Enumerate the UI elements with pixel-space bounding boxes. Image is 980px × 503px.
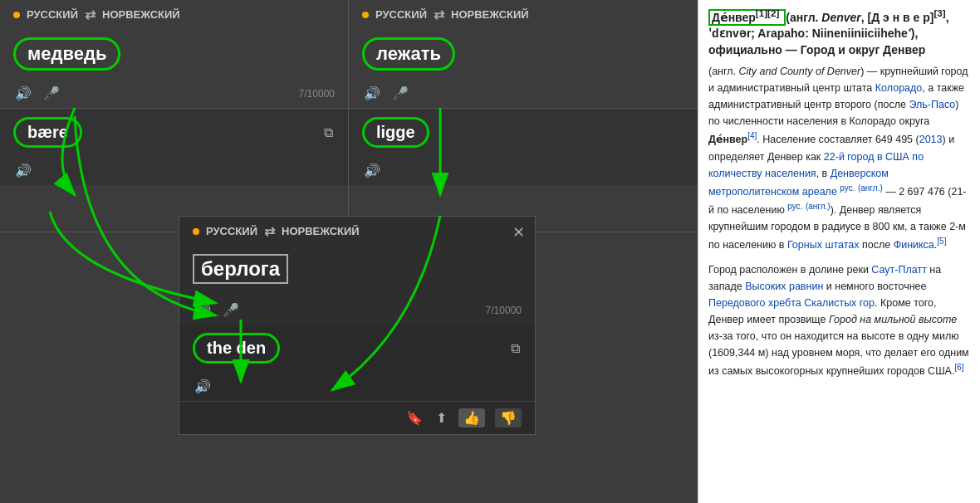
panel3-share-icon[interactable]: ⬆ xyxy=(434,408,448,427)
panel1-lang-to: НОРВЕЖСКИЙ xyxy=(102,8,180,21)
wiki-link-plains[interactable]: Высоких равнин xyxy=(745,281,823,292)
wiki-link-elpaso[interactable]: Эль-Пасо xyxy=(909,99,955,110)
panel3-mic-icon[interactable]: 🎤 xyxy=(221,300,241,320)
panel2-lang-bar: РУССКИЙ ⇄ НОРВЕЖСКИЙ xyxy=(349,0,698,29)
wiki-link-22city[interactable]: 22-й город в США по количеству населения xyxy=(708,151,924,179)
wiki-link-river[interactable]: Саут-Платт xyxy=(871,264,927,276)
translation-area: РУССКИЙ ⇄ НОРВЕЖСКИЙ медведь 🔊 🎤 7/10000… xyxy=(0,0,698,503)
wiki-ref1: [1][2] xyxy=(756,7,780,18)
wiki-link-mountain[interactable]: Горных штатах xyxy=(787,239,860,251)
panel3-dislike-icon[interactable]: 👎 xyxy=(495,408,522,427)
copy-icon[interactable]: ⧉ xyxy=(322,124,335,142)
wiki-sup-engl[interactable]: (англ.) xyxy=(858,183,883,193)
panel3-bottom-bar: 🔖 ⬆ 👍 👎 xyxy=(179,401,535,434)
wiki-body: (англ. City and County of Denver) — круп… xyxy=(708,63,970,379)
speaker-icon[interactable]: 🔊 xyxy=(13,84,33,103)
panel3-bookmark-icon[interactable]: 🔖 xyxy=(404,408,424,427)
wiki-sup-rus2[interactable]: рус. xyxy=(787,202,802,211)
panel2-source-controls: 🔊 🎤 xyxy=(349,79,698,108)
panel3-result-speaker-icon[interactable]: 🔊 xyxy=(193,377,213,396)
panel-lezhat: РУССКИЙ ⇄ НОРВЕЖСКИЙ лежать 🔊 🎤 ligge 🔊 xyxy=(349,0,698,232)
wiki-link-colorado[interactable]: Колорадо xyxy=(875,82,923,94)
panel2-result-word: ligge xyxy=(362,117,429,148)
lang-dot xyxy=(13,12,20,18)
wiki-link-phoenix[interactable]: Финикса xyxy=(894,239,934,251)
wiki-link-2013[interactable]: 2013 xyxy=(919,134,943,146)
panel1-result-area: bære ⧉ xyxy=(0,108,348,156)
lang-dot-3 xyxy=(193,228,199,235)
panel2-source-word: лежать xyxy=(362,37,455,71)
panel2-lang-from: РУССКИЙ xyxy=(375,8,427,21)
wiki-para-1: (англ. City and County of Denver) — круп… xyxy=(708,63,970,253)
panel1-result-word: bære xyxy=(13,117,82,148)
wiki-sup-engl2[interactable]: (англ.) xyxy=(806,202,831,211)
lang-dot-2 xyxy=(362,12,369,18)
panel2-result-area: ligge xyxy=(349,108,698,156)
wikipedia-article: Де́нвер[1][2] (англ. Denver, [Д э н в е … xyxy=(698,0,980,503)
panel1-lang-from: РУССКИЙ xyxy=(27,8,78,21)
panel-berloga: РУССКИЙ ⇄ НОРВЕЖСКИЙ берлога 🔊 🎤 7/10000… xyxy=(179,216,536,435)
panel3-result-controls: 🔊 xyxy=(179,372,535,401)
wiki-para-2: Город расположен в долине реки Саут-Плат… xyxy=(708,261,970,379)
panel3-like-icon[interactable]: 👍 xyxy=(458,408,485,427)
panel3-result-word: the den xyxy=(193,333,280,364)
swap-icon-3[interactable]: ⇄ xyxy=(264,223,275,239)
panel2-result-controls: 🔊 xyxy=(349,156,698,185)
wiki-title-highlight: Де́нвер[1][2] xyxy=(708,9,786,26)
panel3-lang-to: НОРВЕЖСКИЙ xyxy=(282,225,360,237)
panel3-source-area[interactable]: берлога xyxy=(179,246,535,295)
wiki-ref3: [3] xyxy=(933,7,945,18)
panel1-result-speaker-icon[interactable]: 🔊 xyxy=(13,161,33,180)
panel3-lang-bar: РУССКИЙ ⇄ НОРВЕЖСКИЙ xyxy=(179,217,535,246)
panel3-result-area: the den ⧉ xyxy=(179,325,535,372)
panel2-source-area[interactable]: лежать xyxy=(349,29,698,79)
panel3-close-button[interactable]: ✕ xyxy=(512,223,525,242)
panel1-lang-bar: РУССКИЙ ⇄ НОРВЕЖСКИЙ xyxy=(0,0,348,29)
panel1-char-count: 7/10000 xyxy=(299,88,335,100)
panel3-source-word: берлога xyxy=(193,254,288,284)
panel1-result-controls: 🔊 xyxy=(0,156,348,185)
swap-icon[interactable]: ⇄ xyxy=(85,7,96,22)
panel3-copy-icon[interactable]: ⧉ xyxy=(509,339,522,358)
panel3-char-count: 7/10000 xyxy=(486,305,522,316)
panel3-source-controls: 🔊 🎤 7/10000 xyxy=(179,295,535,325)
panel1-source-word: медведь xyxy=(13,37,120,71)
wiki-sup-rus[interactable]: рус. xyxy=(840,183,855,193)
mic-icon[interactable]: 🎤 xyxy=(42,84,61,103)
panel1-source-controls: 🔊 🎤 7/10000 xyxy=(0,79,348,108)
panel3-speaker-icon[interactable]: 🔊 xyxy=(193,300,213,320)
panel-medved: РУССКИЙ ⇄ НОРВЕЖСКИЙ медведь 🔊 🎤 7/10000… xyxy=(0,0,349,232)
wiki-title: Де́нвер[1][2] (англ. Denver, [Д э н в е … xyxy=(708,7,970,58)
wiki-link-ridge[interactable]: Передового хребта Скалистых гор xyxy=(708,297,875,309)
panel3-lang-from: РУССКИЙ xyxy=(206,225,257,237)
panel2-mic-icon[interactable]: 🎤 xyxy=(390,84,410,103)
panel2-speaker-icon[interactable]: 🔊 xyxy=(362,84,382,103)
panel1-source-area[interactable]: медведь xyxy=(0,29,348,79)
panel2-result-speaker-icon[interactable]: 🔊 xyxy=(362,161,382,180)
panel2-lang-to: НОРВЕЖСКИЙ xyxy=(451,8,529,21)
swap-icon-2[interactable]: ⇄ xyxy=(434,7,444,22)
